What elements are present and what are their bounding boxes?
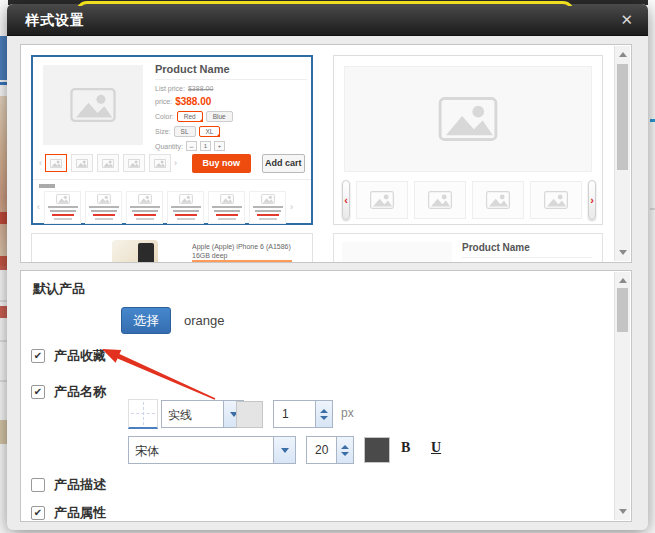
dialog-titlebar: 样式设置 ✕ xyxy=(7,4,648,36)
size-label: Size: xyxy=(155,128,171,135)
border-color-swatch[interactable] xyxy=(236,401,263,428)
templates-scrollbar[interactable] xyxy=(614,46,630,261)
style-settings-dialog: 样式设置 ✕ Product Name List price: $388.00 … xyxy=(7,4,648,530)
color-option-red: Red xyxy=(177,111,203,122)
spin-up-icon[interactable] xyxy=(341,445,349,449)
related-cards xyxy=(44,191,286,224)
related-product-card xyxy=(208,191,245,224)
related-product-card xyxy=(167,191,204,224)
buy-now-button: Buy now xyxy=(192,154,251,173)
gallery-thumbnail-placeholder xyxy=(414,181,466,219)
color-option-blue: Blue xyxy=(206,111,233,122)
checkbox-product-favorite[interactable]: ✔ xyxy=(31,349,45,363)
price-label: price: xyxy=(155,98,172,105)
checkbox-label-product-favorite: 产品收藏 xyxy=(54,347,106,365)
background-page-right xyxy=(650,0,655,533)
related-product-card xyxy=(85,191,122,224)
scroll-down-icon[interactable] xyxy=(619,250,627,255)
checkbox-label-product-description: 产品描述 xyxy=(54,476,106,494)
font-size-stepper[interactable]: 20 xyxy=(306,436,354,464)
related-product-card xyxy=(249,191,286,224)
template-card-product-detail[interactable]: Product Name List price: $388.00 price: … xyxy=(31,55,313,225)
add-cart-button: Add cart xyxy=(262,154,305,173)
border-width-stepper[interactable]: 1 xyxy=(273,400,333,428)
spin-down-icon[interactable] xyxy=(341,452,349,456)
thumbs-next-icon: › xyxy=(174,159,177,168)
dropdown-button xyxy=(273,437,295,463)
preview-product-name: Product Name xyxy=(462,242,592,258)
stepper-arrows xyxy=(315,401,332,427)
quantity-label: Quantity: xyxy=(155,143,183,150)
template-card-gallery[interactable]: ‹ › xyxy=(333,55,603,225)
scrollbar-thumb[interactable] xyxy=(617,64,628,170)
detail-thumbnails xyxy=(45,154,171,172)
gallery-next-button: › xyxy=(588,180,596,220)
quantity-value: 1 xyxy=(200,141,211,151)
dialog-title: 样式设置 xyxy=(25,12,85,30)
font-size-value: 20 xyxy=(307,437,336,463)
list-price-value: $388.00 xyxy=(188,85,213,92)
settings-panel: 默认产品 选择 orange ✔ 产品收藏 ✔ 产品名称 实线 1 px xyxy=(20,270,632,522)
gallery-prev-button: ‹ xyxy=(342,180,350,220)
checkbox-product-name[interactable]: ✔ xyxy=(31,385,45,399)
template-card-product-detail-2[interactable]: Product Name List price: $388.00 xyxy=(333,233,603,263)
thumbnail-placeholder xyxy=(45,154,67,172)
spin-up-icon[interactable] xyxy=(320,409,328,413)
scroll-up-icon[interactable] xyxy=(619,52,627,57)
settings-scrollbar[interactable] xyxy=(614,272,630,520)
iphone-card-price-fragment xyxy=(192,260,292,263)
spin-down-icon[interactable] xyxy=(320,416,328,420)
template-card-iphone-list[interactable]: Apple (Apple) iPhone 6 (A1586) 16GB deep xyxy=(31,233,313,263)
gallery-thumbnail-placeholder xyxy=(472,181,524,219)
related-product-card xyxy=(126,191,163,224)
thumbnail-placeholder xyxy=(97,154,119,172)
default-product-label: 默认产品 xyxy=(33,280,85,298)
color-label: Color: xyxy=(155,113,174,120)
quantity-minus: − xyxy=(186,141,197,151)
size-option-xl: XL xyxy=(199,126,221,137)
selected-product-value: orange xyxy=(184,313,224,328)
checkbox-product-description[interactable] xyxy=(31,478,45,492)
scrollbar-thumb[interactable] xyxy=(617,288,628,332)
related-next-icon: › xyxy=(290,203,293,212)
related-products-strip: ‹ › xyxy=(33,179,311,225)
border-style-value: 实线 xyxy=(162,401,223,427)
thumbnail-placeholder xyxy=(149,154,171,172)
related-product-card xyxy=(44,191,81,224)
chevron-down-icon xyxy=(281,448,289,453)
choose-button[interactable]: 选择 xyxy=(121,307,171,334)
image-placeholder-icon xyxy=(43,65,143,145)
stepper-arrows xyxy=(336,437,353,463)
font-family-select[interactable]: 宋体 xyxy=(128,436,296,464)
unit-label: px xyxy=(341,406,354,420)
gallery-thumbnails xyxy=(356,181,582,219)
related-prev-icon: ‹ xyxy=(37,203,40,212)
border-style-select[interactable]: 实线 xyxy=(161,400,244,428)
font-family-value: 宋体 xyxy=(129,437,273,463)
iphone-card-title: Apple (Apple) iPhone 6 (A1586) 16GB deep xyxy=(192,242,310,260)
checkbox-label-product-name: 产品名称 xyxy=(54,383,106,401)
scroll-down-icon[interactable] xyxy=(619,509,627,514)
quantity-plus: + xyxy=(214,141,225,151)
list-price-label: List price: xyxy=(155,85,185,92)
bold-toggle[interactable]: B xyxy=(401,440,410,456)
scroll-up-icon[interactable] xyxy=(619,278,627,283)
thumbnail-placeholder xyxy=(71,154,93,172)
close-icon[interactable]: ✕ xyxy=(620,11,633,29)
list-price-line: List price: $388.00 xyxy=(462,261,519,263)
font-color-swatch[interactable] xyxy=(364,437,390,463)
thumbs-prev-icon: ‹ xyxy=(39,159,42,168)
checkbox-label-product-attributes: 产品属性 xyxy=(54,504,106,522)
template-preview-panel: Product Name List price: $388.00 price: … xyxy=(20,44,632,263)
underline-toggle[interactable]: U xyxy=(431,440,441,456)
related-section-label-placeholder xyxy=(39,184,55,188)
image-placeholder-icon xyxy=(344,66,592,172)
border-position-selector[interactable] xyxy=(128,399,158,429)
gallery-thumbnail-placeholder xyxy=(356,181,408,219)
checkbox-product-attributes[interactable]: ✔ xyxy=(31,506,45,520)
preview-product-info: Product Name List price: $388.00 price: … xyxy=(155,63,307,155)
size-option-sl: SL xyxy=(174,126,196,137)
thumbnail-placeholder xyxy=(123,154,145,172)
price-value: $388.00 xyxy=(175,96,211,107)
gallery-thumbnail-placeholder xyxy=(530,181,582,219)
